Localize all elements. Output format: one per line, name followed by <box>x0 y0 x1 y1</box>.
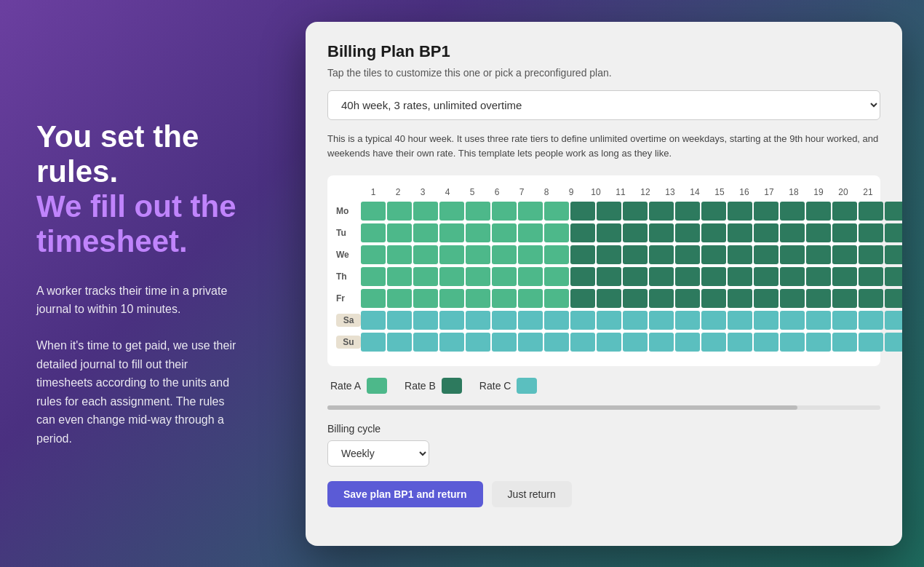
cell-th-4[interactable] <box>439 267 464 286</box>
cell-sa-6[interactable] <box>492 311 517 330</box>
cell-fr-19[interactable] <box>832 289 857 308</box>
cell-th-18[interactable] <box>806 267 831 286</box>
cell-fr-8[interactable] <box>544 289 569 308</box>
cell-th-6[interactable] <box>492 267 517 286</box>
cell-mo-1[interactable] <box>361 202 386 221</box>
cell-tu-15[interactable] <box>728 223 752 242</box>
cell-mo-20[interactable] <box>859 202 883 221</box>
cell-we-2[interactable] <box>387 245 412 264</box>
cell-we-17[interactable] <box>780 245 805 264</box>
cell-sa-2[interactable] <box>387 311 412 330</box>
cell-sa-17[interactable] <box>780 311 805 330</box>
cell-sa-20[interactable] <box>859 311 883 330</box>
cell-su-4[interactable] <box>439 333 464 352</box>
cell-su-20[interactable] <box>859 333 883 352</box>
cell-su-21[interactable] <box>885 333 902 352</box>
cell-su-2[interactable] <box>387 333 412 352</box>
cell-tu-1[interactable] <box>361 223 386 242</box>
cell-mo-11[interactable] <box>623 202 648 221</box>
cell-su-17[interactable] <box>780 333 805 352</box>
cell-sa-3[interactable] <box>413 311 438 330</box>
legend-swatch-c[interactable] <box>517 378 537 394</box>
cell-su-8[interactable] <box>544 333 569 352</box>
cell-sa-19[interactable] <box>832 311 857 330</box>
cell-th-9[interactable] <box>570 267 595 286</box>
cell-tu-13[interactable] <box>675 223 700 242</box>
cell-fr-16[interactable] <box>754 289 778 308</box>
cell-fr-3[interactable] <box>413 289 438 308</box>
cell-mo-16[interactable] <box>754 202 778 221</box>
cell-fr-21[interactable] <box>885 289 902 308</box>
cell-we-3[interactable] <box>413 245 438 264</box>
cell-we-8[interactable] <box>544 245 569 264</box>
cell-mo-19[interactable] <box>832 202 857 221</box>
cell-tu-9[interactable] <box>570 223 595 242</box>
cell-fr-7[interactable] <box>518 289 543 308</box>
cell-we-21[interactable] <box>885 245 902 264</box>
cell-sa-16[interactable] <box>754 311 778 330</box>
cell-mo-7[interactable] <box>518 202 543 221</box>
cell-tu-3[interactable] <box>413 223 438 242</box>
cell-sa-7[interactable] <box>518 311 543 330</box>
cell-th-14[interactable] <box>701 267 726 286</box>
cell-th-13[interactable] <box>675 267 700 286</box>
cell-we-4[interactable] <box>439 245 464 264</box>
cell-fr-5[interactable] <box>466 289 490 308</box>
save-button[interactable]: Save plan BP1 and return <box>327 481 483 507</box>
cell-su-18[interactable] <box>806 333 831 352</box>
cell-mo-12[interactable] <box>649 202 674 221</box>
cell-mo-17[interactable] <box>780 202 805 221</box>
cell-th-11[interactable] <box>623 267 648 286</box>
cell-tu-14[interactable] <box>701 223 726 242</box>
cell-tu-16[interactable] <box>754 223 778 242</box>
cell-we-16[interactable] <box>754 245 778 264</box>
cell-sa-18[interactable] <box>806 311 831 330</box>
cell-th-10[interactable] <box>597 267 621 286</box>
cell-we-20[interactable] <box>859 245 883 264</box>
cell-mo-8[interactable] <box>544 202 569 221</box>
cell-fr-10[interactable] <box>597 289 621 308</box>
cell-su-14[interactable] <box>701 333 726 352</box>
cell-tu-21[interactable] <box>885 223 902 242</box>
cell-sa-14[interactable] <box>701 311 726 330</box>
legend-swatch-b[interactable] <box>442 378 462 394</box>
cell-sa-1[interactable] <box>361 311 386 330</box>
cell-sa-13[interactable] <box>675 311 700 330</box>
cell-fr-11[interactable] <box>623 289 648 308</box>
cell-fr-12[interactable] <box>649 289 674 308</box>
cell-fr-15[interactable] <box>728 289 752 308</box>
cell-tu-19[interactable] <box>832 223 857 242</box>
cell-we-18[interactable] <box>806 245 831 264</box>
cell-fr-4[interactable] <box>439 289 464 308</box>
cell-we-13[interactable] <box>675 245 700 264</box>
cell-tu-11[interactable] <box>623 223 648 242</box>
cell-su-1[interactable] <box>361 333 386 352</box>
cell-tu-4[interactable] <box>439 223 464 242</box>
cell-mo-5[interactable] <box>466 202 490 221</box>
billing-cycle-select[interactable]: Weekly Bi-weekly Monthly <box>327 440 429 467</box>
cell-su-5[interactable] <box>466 333 490 352</box>
cell-mo-14[interactable] <box>701 202 726 221</box>
cell-su-12[interactable] <box>649 333 674 352</box>
cell-we-15[interactable] <box>728 245 752 264</box>
cell-tu-12[interactable] <box>649 223 674 242</box>
cell-tu-5[interactable] <box>466 223 490 242</box>
cell-su-10[interactable] <box>597 333 621 352</box>
cell-sa-5[interactable] <box>466 311 490 330</box>
cell-we-9[interactable] <box>570 245 595 264</box>
cell-su-19[interactable] <box>832 333 857 352</box>
cell-mo-6[interactable] <box>492 202 517 221</box>
cell-mo-4[interactable] <box>439 202 464 221</box>
cell-sa-12[interactable] <box>649 311 674 330</box>
cell-mo-10[interactable] <box>597 202 621 221</box>
cell-tu-17[interactable] <box>780 223 805 242</box>
cell-th-19[interactable] <box>832 267 857 286</box>
cell-sa-8[interactable] <box>544 311 569 330</box>
cell-fr-20[interactable] <box>859 289 883 308</box>
cell-fr-9[interactable] <box>570 289 595 308</box>
cell-tu-6[interactable] <box>492 223 517 242</box>
cell-th-8[interactable] <box>544 267 569 286</box>
cell-th-3[interactable] <box>413 267 438 286</box>
cell-mo-15[interactable] <box>728 202 752 221</box>
cell-th-20[interactable] <box>859 267 883 286</box>
